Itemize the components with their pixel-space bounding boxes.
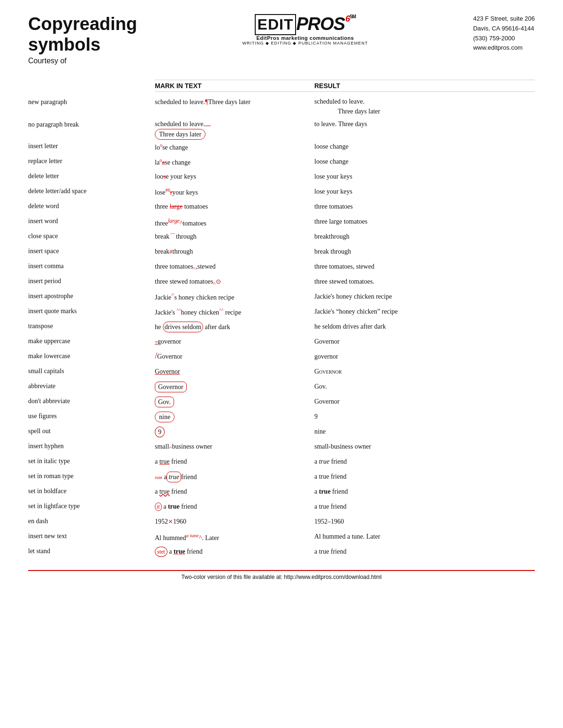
table-row: delete word three large tomatoes three t…	[28, 201, 535, 216]
row-result: small-business owner	[314, 442, 535, 451]
row-mark: 1952⨯1960	[155, 517, 314, 526]
table-row: insert hyphen small=business owner small…	[28, 441, 535, 456]
table-row: don't abbreviate Gov. Governor	[28, 396, 535, 411]
row-result: loose change	[314, 142, 535, 151]
row-result: a true friend	[314, 502, 535, 511]
row-label: insert letter	[28, 142, 155, 150]
row-mark: lf a true friend	[155, 502, 314, 511]
table-row: insert space break#through break through	[28, 246, 535, 261]
row-result: a true friend	[314, 457, 535, 466]
row-mark: Al hummeda tune^. Later	[155, 532, 314, 543]
row-result: three tomatoes	[314, 202, 535, 211]
table-row: transpose he drives seldom after dark he…	[28, 321, 535, 336]
row-result: three large tomatoes	[314, 217, 535, 226]
rows-container: new paragraph scheduled to leave.¶Three …	[28, 96, 535, 561]
table-row: insert period three stewed tomatoes^⊙ th…	[28, 276, 535, 291]
row-label: set in lightface type	[28, 502, 155, 510]
row-result: Gov.	[314, 382, 535, 391]
row-label: en dash	[28, 517, 155, 525]
row-result: three stewed tomatoes.	[314, 277, 535, 286]
table-row: small capitals Governor Governor	[28, 366, 535, 381]
table-row: make uppercase ≡governor Governor	[28, 336, 535, 351]
logo-pros: PROS	[296, 14, 345, 34]
row-result: break through	[314, 247, 535, 256]
row-mark: three stewed tomatoes^⊙	[155, 277, 314, 287]
row-mark: 9	[155, 427, 314, 437]
row-mark: Gov.	[155, 397, 314, 407]
row-label: make uppercase	[28, 337, 155, 345]
table-row: set in roman type rom atruefriend a true…	[28, 471, 535, 486]
row-label: insert apostrophe	[28, 292, 155, 300]
table-row: delete letter loose your keys lose your …	[28, 171, 535, 186]
row-result: a true friend	[314, 487, 535, 496]
table-row: insert new text Al hummeda tune^. Later …	[28, 531, 535, 546]
page: Copyreading symbols Courtesy of EDITPROS…	[0, 0, 563, 728]
mark-in-text-header: MARK IN TEXT	[155, 82, 314, 90]
row-mark: Jackie's ^^honey chicken^^ recipe	[155, 307, 314, 317]
row-mark: loose change	[155, 142, 314, 152]
row-result: to leave. Three days	[314, 119, 535, 129]
row-mark: three large tomatoes	[155, 202, 314, 211]
table-row: insert word threelarge^tomatoes three la…	[28, 216, 535, 231]
row-result: Governor	[314, 367, 535, 376]
row-result: Jackie's “honey chicken” recipe	[314, 307, 535, 316]
row-label: delete word	[28, 202, 155, 210]
row-label: small capitals	[28, 367, 155, 375]
row-label: set in boldface	[28, 487, 155, 495]
logo-tagline: EditPros marketing communications	[256, 35, 354, 41]
row-result: Governor	[314, 397, 535, 406]
row-mark: loose your keys	[155, 172, 314, 181]
row-mark: a true friend	[155, 457, 314, 466]
table-row: delete letter/add space lose#6ryour keys…	[28, 186, 535, 201]
row-mark: scheduled to leave. Three days later	[155, 119, 314, 140]
logo-sm: SM	[350, 14, 356, 19]
row-label: insert space	[28, 247, 155, 255]
logo-sup: 6	[345, 14, 350, 24]
table-row: close space break⌒through breakthrough	[28, 231, 535, 246]
footer: Two-color version of this file available…	[28, 570, 535, 580]
table-row: make lowercase /Governor governor	[28, 351, 535, 366]
table-row: new paragraph scheduled to leave.¶Three …	[28, 96, 535, 118]
row-mark: small=business owner	[155, 442, 314, 451]
title-block: Copyreading symbols Courtesy of	[28, 14, 137, 66]
table-row: insert apostrophe Jackie^'s honey chicke…	[28, 291, 535, 306]
row-mark: break⌒through	[155, 232, 314, 241]
row-result: scheduled to leave. Three days later	[314, 97, 535, 116]
row-mark: laoase change	[155, 157, 314, 167]
row-result: Al hummed a tune. Later	[314, 532, 535, 541]
row-result: three tomatoes, stewed	[314, 262, 535, 271]
row-mark: /Governor	[155, 352, 314, 361]
row-label: insert quote marks	[28, 307, 155, 315]
row-result: Jackie's honey chicken recipe	[314, 292, 535, 301]
row-label: insert comma	[28, 262, 155, 270]
row-label: insert period	[28, 277, 155, 285]
row-result: lose your keys	[314, 172, 535, 181]
row-label: transpose	[28, 322, 155, 330]
header: Copyreading symbols Courtesy of EDITPROS…	[28, 14, 535, 66]
table-row: no paragraph break scheduled to leave. T…	[28, 118, 535, 141]
row-mark: Governor	[155, 382, 314, 392]
result-header: RESULT	[314, 82, 340, 90]
address-block: 423 F Street, suite 206 Davis, CA 95616-…	[473, 14, 535, 53]
column-headers: MARK IN TEXT RESULT	[155, 80, 535, 92]
row-result: he seldom drives after dark	[314, 322, 535, 331]
row-result: 1952–1960	[314, 517, 535, 526]
table-row: replace letter laoase change loose chang…	[28, 156, 535, 171]
table-row: let stand stet a true friend a true frie…	[28, 546, 535, 561]
row-label: new paragraph	[28, 97, 155, 106]
row-result: loose change	[314, 157, 535, 166]
row-result: a true friend	[314, 472, 535, 481]
row-label: spell out	[28, 427, 155, 435]
row-label: insert hyphen	[28, 442, 155, 450]
row-result: breakthrough	[314, 232, 535, 241]
row-mark: a true friend	[155, 487, 314, 496]
table-row: set in lightface type lf a true friend a…	[28, 501, 535, 516]
table-row: insert letter loose change loose change	[28, 141, 535, 156]
row-label: replace letter	[28, 157, 155, 165]
row-mark: stet a true friend	[155, 547, 314, 557]
table-row: en dash 1952⨯1960 1952–1960	[28, 516, 535, 531]
row-label: insert new text	[28, 532, 155, 540]
row-mark: Governor	[155, 367, 314, 376]
logo-block: EDITPROS6SM EditPros marketing communica…	[242, 14, 368, 45]
row-result: lose your keys	[314, 187, 535, 196]
